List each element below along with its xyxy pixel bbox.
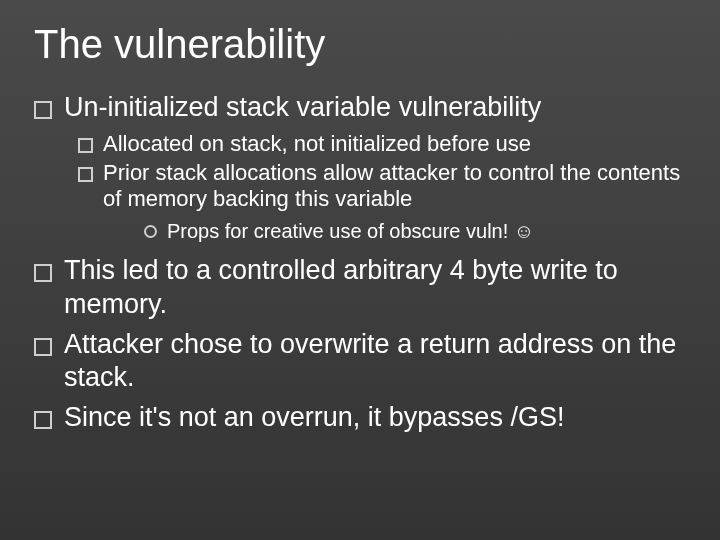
bullet-text: Attacker chose to overwrite a return add… [64, 328, 686, 396]
bullet-text: This led to a controlled arbitrary 4 byt… [64, 254, 686, 322]
bullet-level2: Allocated on stack, not initialized befo… [78, 131, 686, 158]
bullet-level1: This led to a controlled arbitrary 4 byt… [34, 254, 686, 322]
bullet-level2: Prior stack allocations allow attacker t… [78, 160, 686, 214]
square-bullet-icon [34, 338, 52, 356]
slide: The vulnerability Un-initialized stack v… [0, 0, 720, 540]
bullet-text: Prior stack allocations allow attacker t… [103, 160, 686, 214]
bullet-level3: Props for creative use of obscure vuln! … [144, 219, 686, 244]
bullet-level1: Attacker chose to overwrite a return add… [34, 328, 686, 396]
bullet-level1: Un-initialized stack variable vulnerabil… [34, 91, 686, 125]
square-bullet-icon [78, 167, 93, 182]
bullet-level1: Since it's not an overrun, it bypasses /… [34, 401, 686, 435]
circle-bullet-icon [144, 225, 157, 238]
square-bullet-icon [34, 264, 52, 282]
bullet-text: Props for creative use of obscure vuln! … [167, 219, 686, 244]
square-bullet-icon [34, 411, 52, 429]
square-bullet-icon [78, 138, 93, 153]
page-title: The vulnerability [34, 22, 686, 67]
bullet-text: Since it's not an overrun, it bypasses /… [64, 401, 686, 435]
bullet-text: Un-initialized stack variable vulnerabil… [64, 91, 686, 125]
bullet-text: Allocated on stack, not initialized befo… [103, 131, 686, 158]
square-bullet-icon [34, 101, 52, 119]
